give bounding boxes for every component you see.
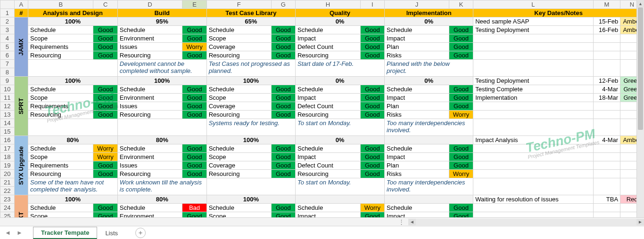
cell[interactable]: Resourcing xyxy=(295,111,360,119)
status-cell[interactable]: Worry xyxy=(360,204,384,212)
cell[interactable]: 0% xyxy=(295,136,384,144)
header-cell[interactable]: 15 xyxy=(0,127,15,136)
project-label[interactable]: JAMX xyxy=(14,17,28,77)
cell[interactable] xyxy=(593,170,620,178)
cell[interactable] xyxy=(385,136,473,144)
cell[interactable]: Scope xyxy=(28,212,93,218)
note-cell[interactable] xyxy=(117,119,206,136)
vertical-scrollbar[interactable]: ▲ ▼ xyxy=(636,0,644,217)
status-cell[interactable]: Good xyxy=(271,26,295,34)
cell[interactable]: 0% xyxy=(295,77,384,85)
note-cell[interactable] xyxy=(28,60,118,77)
cell[interactable] xyxy=(473,119,593,136)
header-cell[interactable]: 10 xyxy=(0,85,15,94)
header-cell[interactable]: 8 xyxy=(0,68,15,77)
cell[interactable] xyxy=(593,43,620,51)
cell[interactable] xyxy=(473,51,593,60)
cell[interactable] xyxy=(473,60,593,77)
cell[interactable]: Defect Count xyxy=(295,102,360,111)
header-cell[interactable]: 22 xyxy=(0,187,15,195)
cell[interactable]: Resourcing xyxy=(295,51,360,60)
cell[interactable]: Scope xyxy=(206,153,271,161)
header-cell[interactable]: 2 xyxy=(0,17,15,26)
header-cell[interactable]: 7 xyxy=(0,60,15,68)
status-cell[interactable]: Good xyxy=(182,111,206,119)
status-cell[interactable]: Good xyxy=(93,170,117,178)
project-label[interactable]: SYX Upgrade xyxy=(14,136,28,195)
cell[interactable]: Testing Complete xyxy=(473,85,593,94)
cell[interactable]: Waiting for resolution of issues xyxy=(473,195,593,204)
horizontal-scrollbar[interactable]: ⋮ ◄ ► xyxy=(0,217,644,226)
cell[interactable]: Schedule xyxy=(28,204,93,212)
cell[interactable] xyxy=(295,195,384,204)
scroll-thumb[interactable] xyxy=(638,8,643,130)
cell[interactable]: Impact Analysis xyxy=(473,136,593,144)
cell[interactable] xyxy=(473,178,593,195)
cell[interactable]: Schedule xyxy=(295,85,360,94)
cell[interactable]: Schedule xyxy=(385,26,449,34)
header-cell[interactable]: A xyxy=(14,0,28,9)
status-cell[interactable]: Good xyxy=(93,85,117,94)
cell[interactable]: 100% xyxy=(206,77,295,85)
status-cell[interactable]: Good xyxy=(271,51,295,60)
cell[interactable]: Scope xyxy=(206,34,271,43)
grid-area[interactable]: ABCDEFGHIJKLMN1#Analysis and DesignBuild… xyxy=(0,0,644,217)
status-cell[interactable]: Good xyxy=(182,26,206,34)
worksheet-grid[interactable]: ABCDEFGHIJKLMN1#Analysis and DesignBuild… xyxy=(0,0,644,217)
project-label[interactable]: Rules XT xyxy=(14,195,28,218)
cell[interactable]: Coverage xyxy=(206,161,271,170)
tab-prev-icon[interactable]: ◄ xyxy=(5,229,11,236)
cell[interactable]: Issues xyxy=(117,43,182,51)
cell[interactable]: Schedule xyxy=(117,26,182,34)
header-cell[interactable]: E xyxy=(182,0,206,9)
header-cell[interactable]: 1 xyxy=(0,9,15,17)
cell[interactable]: Resourcing xyxy=(295,170,360,178)
scroll-left-button[interactable]: ◄ xyxy=(408,219,416,225)
cell[interactable]: Resourcing xyxy=(117,51,182,60)
note-cell[interactable]: Test Cases not progressed as planned. xyxy=(206,60,295,77)
add-sheet-button[interactable]: ＋ xyxy=(135,228,146,238)
cell[interactable]: Risks xyxy=(385,111,449,119)
cell[interactable]: # xyxy=(14,9,28,17)
note-cell[interactable]: Development cannot be completed without … xyxy=(117,60,206,77)
status-cell[interactable]: Good xyxy=(182,85,206,94)
cell[interactable]: Issues xyxy=(117,102,182,111)
cell[interactable]: Plan xyxy=(385,161,449,170)
status-cell[interactable]: Good xyxy=(449,26,473,34)
cell[interactable]: Resourcing xyxy=(28,51,93,60)
cell[interactable]: Defect Count xyxy=(295,43,360,51)
header-cell[interactable]: 9 xyxy=(0,77,15,85)
status-cell[interactable]: Good xyxy=(360,51,384,60)
note-cell[interactable]: Too many interdependencies involved. xyxy=(385,178,473,195)
header-cell[interactable]: 6 xyxy=(0,51,15,60)
cell[interactable]: Resourcing xyxy=(28,170,93,178)
status-cell[interactable]: Good xyxy=(449,161,473,170)
header-cell[interactable]: 5 xyxy=(0,43,15,51)
cell[interactable]: Requirements xyxy=(28,161,93,170)
scroll-up-button[interactable]: ▲ xyxy=(637,0,644,8)
cell[interactable]: Scope xyxy=(28,34,93,43)
note-cell[interactable]: Systems ready for testing. xyxy=(206,119,295,136)
status-cell[interactable]: Good xyxy=(93,26,117,34)
status-cell[interactable]: Good xyxy=(182,51,206,60)
cell[interactable]: Environment xyxy=(117,153,182,161)
header-cell[interactable]: 16 xyxy=(0,136,15,144)
cell[interactable]: Schedule xyxy=(295,26,360,34)
status-cell[interactable]: Good xyxy=(360,111,384,119)
status-cell[interactable]: Worry xyxy=(93,144,117,153)
cell[interactable]: Schedule xyxy=(206,204,271,212)
cell[interactable]: Scope xyxy=(206,212,271,218)
status-cell[interactable]: Good xyxy=(182,153,206,161)
status-cell[interactable]: Good xyxy=(271,85,295,94)
status-cell[interactable]: Good xyxy=(360,43,384,51)
cell[interactable] xyxy=(593,119,620,136)
status-cell[interactable]: Good xyxy=(271,170,295,178)
header-cell[interactable]: 18 xyxy=(0,153,15,161)
status-cell[interactable]: Worry xyxy=(449,170,473,178)
cell[interactable]: 100% xyxy=(28,77,118,85)
cell[interactable] xyxy=(593,144,620,153)
cell[interactable]: Issues xyxy=(117,161,182,170)
status-cell[interactable]: Good xyxy=(360,144,384,153)
status-cell[interactable]: Good xyxy=(449,102,473,111)
cell[interactable]: Risks xyxy=(385,51,449,60)
